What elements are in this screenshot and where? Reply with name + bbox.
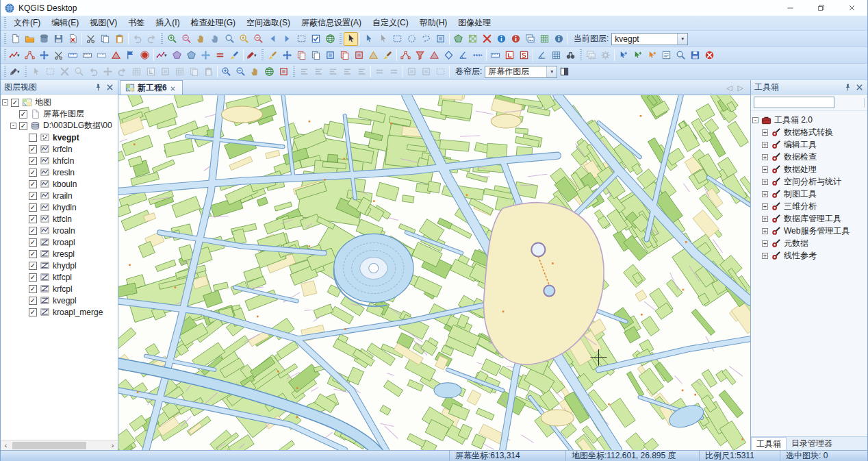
properties-panel-button[interactable] — [659, 49, 674, 62]
measure-triangle-button[interactable] — [366, 49, 381, 62]
pin-icon[interactable] — [843, 83, 852, 92]
toolbar-grip[interactable] — [161, 33, 163, 45]
select-rectangle-button[interactable] — [390, 32, 405, 46]
segment-ruler-1-button[interactable] — [80, 49, 94, 62]
select-lasso-button[interactable] — [419, 32, 433, 46]
close-document-button[interactable] — [66, 32, 80, 46]
swipe-tool-button[interactable] — [557, 65, 572, 79]
cut-button[interactable] — [84, 32, 98, 46]
layer-visibility-checkbox[interactable]: ✓ — [29, 192, 37, 200]
layer-visibility-checkbox[interactable]: ✓ — [29, 215, 37, 223]
layer-visibility-checkbox[interactable]: ✓ — [29, 273, 37, 282]
document-tab[interactable]: 新工程6 — [120, 80, 183, 95]
layer-visibility-checkbox[interactable]: ✓ — [29, 203, 37, 212]
chop-button[interactable] — [381, 49, 395, 62]
expand-icon[interactable]: + — [762, 240, 768, 247]
save-edits-button[interactable] — [688, 49, 702, 62]
expand-icon[interactable]: + — [762, 216, 768, 222]
expand-icon[interactable]: + — [762, 142, 768, 148]
layer-visibility-checkbox[interactable]: ✓ — [19, 122, 27, 130]
stop-editing-button[interactable] — [702, 49, 717, 62]
split-line-button[interactable] — [23, 49, 37, 62]
fixed-zoom-in-button[interactable] — [237, 32, 251, 46]
zoom-window-button[interactable] — [222, 32, 237, 46]
expand-icon[interactable]: + — [762, 203, 768, 210]
paste-button[interactable] — [112, 32, 127, 46]
layer-item[interactable]: ✓kroaln — [1, 225, 118, 236]
merge-feature-button[interactable] — [109, 49, 123, 62]
cut-feature-button[interactable] — [51, 49, 66, 62]
corner-angle-button[interactable] — [456, 49, 470, 62]
menu-item-6[interactable]: 检查处理(G) — [186, 16, 241, 30]
sketch-line-button[interactable]: ▾ — [8, 49, 23, 62]
save-button[interactable] — [51, 32, 66, 46]
map-globe-button[interactable] — [262, 65, 277, 79]
menu-item-8[interactable]: 屏蔽信息设置(A) — [296, 16, 367, 30]
layer-item[interactable]: -✓地图 — [1, 97, 118, 108]
node-delete-button[interactable] — [645, 49, 659, 62]
select-tool-button[interactable] — [344, 32, 358, 46]
menubar-grip[interactable] — [4, 17, 6, 29]
layer-item[interactable]: ✓khydln — [1, 201, 118, 213]
draw-pen-button-dropdown-icon[interactable]: ▾ — [254, 53, 259, 58]
save-database-button[interactable] — [37, 32, 51, 46]
toolbox-item[interactable]: +Web服务管理工具 — [751, 225, 867, 237]
menu-item-1[interactable]: 文件(F) — [8, 16, 46, 30]
attribute-table-button[interactable] — [537, 32, 552, 46]
select-window-button[interactable] — [433, 32, 448, 46]
draw-pen-button[interactable]: ▾ — [245, 49, 259, 62]
layer-visibility-checkbox[interactable]: ✓ — [19, 110, 27, 119]
select-features-button[interactable] — [361, 32, 376, 46]
deselect-button[interactable] — [376, 32, 390, 46]
identify-clear-button[interactable] — [509, 32, 523, 46]
minimize-button[interactable] — [775, 0, 806, 16]
toolbar-grip[interactable] — [25, 66, 27, 78]
expand-icon[interactable]: + — [762, 191, 768, 197]
trace-brush-button[interactable] — [227, 49, 242, 62]
close-panel-icon[interactable] — [105, 83, 114, 92]
layer-item[interactable]: ✓kroapl_merge — [1, 306, 118, 318]
parallel-line-button[interactable] — [213, 49, 227, 62]
swipe-layer-combo-dropdown-icon[interactable]: ▾ — [546, 66, 557, 77]
layer-item[interactable]: ✓kbouln — [1, 178, 118, 190]
select-circle-button[interactable] — [405, 32, 419, 46]
expand-icon[interactable]: + — [762, 179, 768, 185]
new-file-button[interactable] — [8, 32, 23, 46]
layer-visibility-checkbox[interactable]: ✓ — [29, 157, 37, 165]
layer-item[interactable]: ✓ktfcln — [1, 213, 118, 225]
toolbox-item[interactable]: +制图工具 — [751, 188, 867, 200]
simplify-button[interactable] — [427, 49, 442, 62]
zoom-in-button[interactable] — [165, 32, 179, 46]
funnel-button[interactable] — [413, 49, 427, 62]
feature-info-button[interactable] — [523, 32, 537, 46]
copy-button[interactable] — [98, 32, 112, 46]
layer-visibility-checkbox[interactable] — [29, 134, 37, 142]
menu-item-7[interactable]: 空间选取(S) — [241, 16, 296, 30]
menu-item-2[interactable]: 编辑(E) — [46, 16, 84, 30]
layer-item[interactable]: -✓D:\003DLG数据\00 — [1, 120, 118, 132]
map-zoom-in-button[interactable] — [219, 65, 233, 79]
scroll-left-icon[interactable]: ‹ — [1, 440, 11, 451]
toolbar-grip[interactable] — [293, 66, 295, 78]
expand-icon[interactable]: + — [762, 129, 768, 136]
mask-button[interactable] — [323, 49, 337, 62]
record-button[interactable] — [138, 49, 152, 62]
map-canvas[interactable] — [118, 95, 750, 450]
map-zoom-out-button[interactable] — [233, 65, 248, 79]
l-tool-button[interactable] — [502, 49, 517, 62]
sketch-polygon-button[interactable] — [170, 49, 184, 62]
toolbox-item[interactable]: +数据检查 — [751, 151, 867, 163]
zoom-out-button[interactable] — [179, 32, 194, 46]
layer-visibility-checkbox[interactable]: ✓ — [29, 238, 37, 247]
layer-item[interactable]: ✓krfcpl — [1, 283, 118, 295]
toolbox-item[interactable]: +数据处理 — [751, 163, 867, 175]
info-list-button[interactable] — [552, 32, 566, 46]
vertex-edit-button-dropdown-icon[interactable]: ▾ — [164, 53, 169, 58]
toolbox-item[interactable]: +线性参考 — [751, 249, 867, 262]
toolbox-item[interactable]: +数据库管理工具 — [751, 212, 867, 225]
layer-item[interactable]: ✓kresln — [1, 166, 118, 178]
layer-item[interactable]: ✓krespl — [1, 248, 118, 260]
panel-tab-1[interactable]: 工具箱 — [751, 437, 787, 450]
current-layer-combo[interactable]: kvegpt▾ — [611, 33, 688, 45]
open-project-button[interactable] — [23, 32, 37, 46]
